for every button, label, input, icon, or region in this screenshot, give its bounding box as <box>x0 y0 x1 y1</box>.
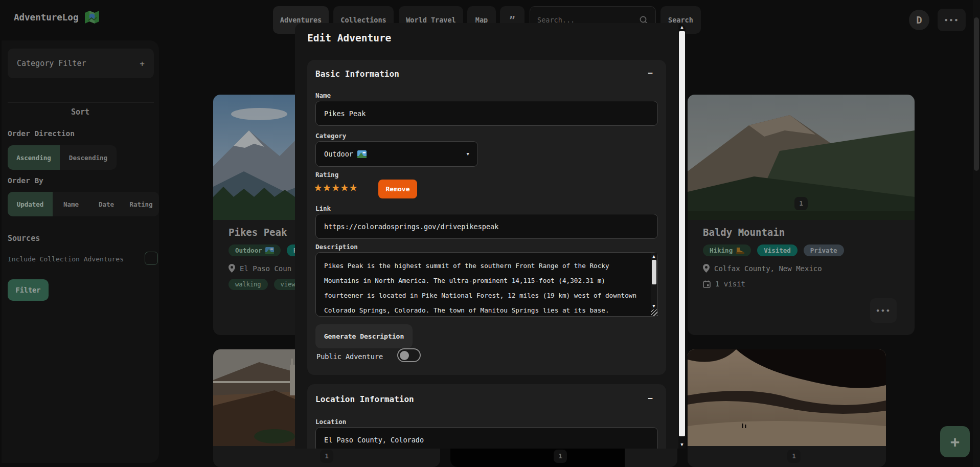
link-value: https://coloradosprings.gov/drivepikespe… <box>324 223 498 231</box>
scroll-down-icon[interactable]: ▼ <box>678 442 686 447</box>
star-rating[interactable]: ★★★★★ <box>314 180 358 193</box>
scroll-up-icon[interactable]: ▲ <box>651 254 657 259</box>
link-label: Link <box>315 205 331 212</box>
modal-scrollbar-thumb[interactable] <box>679 31 685 436</box>
location-label: Location <box>315 418 346 426</box>
link-field[interactable]: https://coloradosprings.gov/drivepikespe… <box>315 214 658 239</box>
collapse-section-button[interactable]: − <box>648 68 653 78</box>
textarea-resize-handle[interactable] <box>651 309 657 316</box>
name-value: Pikes Peak <box>324 109 366 118</box>
location-field[interactable]: El Paso County, Colorado <box>315 427 658 449</box>
modal-scrollbar[interactable]: ▲ ▼ <box>678 23 686 449</box>
location-value: El Paso County, Colorado <box>324 436 424 444</box>
chevron-down-icon: ▼ <box>467 151 469 157</box>
description-label: Description <box>315 243 358 251</box>
national-park-emoji <box>357 150 367 158</box>
description-value: Pikes Peak is the highest summit of the … <box>324 258 643 317</box>
location-information-section: Location Information − Location El Paso … <box>307 384 666 449</box>
generate-description-label: Generate Description <box>324 332 404 340</box>
location-information-heading: Location Information <box>315 394 414 404</box>
remove-rating-button[interactable]: Remove <box>378 180 417 198</box>
name-field[interactable]: Pikes Peak <box>315 101 658 126</box>
scroll-down-icon[interactable]: ▼ <box>651 303 657 308</box>
basic-information-heading: Basic Information <box>315 69 399 79</box>
category-select[interactable]: Outdoor ▼ <box>315 141 478 167</box>
rating-label: Rating <box>315 171 338 179</box>
name-label: Name <box>315 92 331 99</box>
public-adventure-toggle[interactable] <box>397 348 421 362</box>
edit-adventure-modal: Edit Adventure Basic Information − Name … <box>295 23 686 449</box>
remove-rating-label: Remove <box>386 185 410 193</box>
description-scrollbar[interactable]: ▲ ▼ <box>651 253 657 316</box>
description-textarea[interactable]: Pikes Peak is the highest summit of the … <box>315 252 658 317</box>
modal-title: Edit Adventure <box>307 32 391 44</box>
basic-information-section: Basic Information − Name Pikes Peak Cate… <box>307 60 666 375</box>
description-scrollbar-thumb[interactable] <box>652 260 656 284</box>
generate-description-button[interactable]: Generate Description <box>315 324 413 348</box>
adventurelog-app: AdventureLog Adventures Collections Worl… <box>0 0 980 467</box>
public-adventure-label: Public Adventure <box>316 352 383 361</box>
category-value: Outdoor <box>324 150 353 158</box>
category-selected-option: Outdoor <box>324 150 367 158</box>
collapse-section-button[interactable]: − <box>648 393 653 403</box>
category-label: Category <box>315 132 346 140</box>
toggle-knob <box>400 351 409 360</box>
